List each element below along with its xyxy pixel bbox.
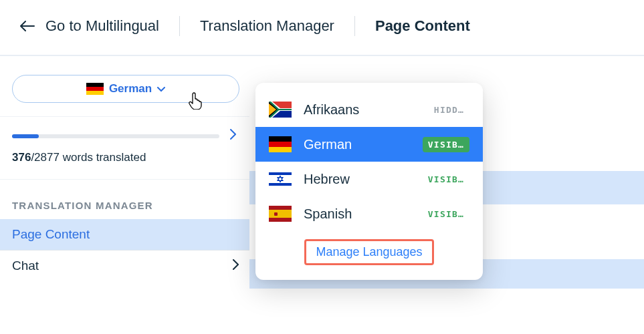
- germany-flag-icon: [269, 136, 292, 152]
- language-selector-pill[interactable]: German: [12, 75, 239, 103]
- sidebar-item-label: Page Content: [12, 227, 90, 242]
- chevron-right-icon: [233, 259, 239, 273]
- sidebar-section-label: TRANSLATION MANAGER: [0, 180, 249, 219]
- svg-rect-1: [86, 87, 104, 91]
- svg-rect-5: [269, 136, 292, 142]
- svg-rect-9: [269, 172, 292, 175]
- svg-rect-13: [269, 218, 292, 222]
- visibility-badge-visible: VISIB…: [423, 206, 469, 222]
- visibility-badge-visible: VISIB…: [423, 137, 469, 152]
- manage-languages-link[interactable]: Manage Languages: [304, 239, 433, 265]
- chevron-right-icon[interactable]: [226, 129, 240, 143]
- svg-rect-0: [86, 83, 104, 87]
- language-option-label: Afrikaans: [304, 102, 417, 118]
- translation-progress-bar: [12, 134, 219, 138]
- svg-rect-12: [269, 210, 292, 218]
- svg-rect-2: [86, 91, 104, 95]
- svg-rect-14: [274, 212, 278, 216]
- breadcrumb-separator: [354, 16, 355, 36]
- language-option-hebrew[interactable]: Hebrew VISIB…: [255, 162, 483, 196]
- language-option-german[interactable]: German VISIB…: [255, 127, 483, 162]
- arrow-left-icon: [19, 19, 36, 33]
- svg-rect-6: [269, 142, 292, 147]
- language-option-label: Spanish: [304, 206, 411, 222]
- sidebar: German 376/2877 words translated TRANS: [0, 56, 249, 329]
- south-africa-flag-icon: [269, 102, 292, 118]
- sidebar-item-label: Chat: [12, 259, 39, 273]
- words-translated-count: 376: [12, 151, 31, 164]
- language-option-spanish[interactable]: Spanish VISIB…: [255, 196, 483, 231]
- germany-flag-icon: [86, 83, 104, 95]
- sidebar-item-chat[interactable]: Chat: [0, 251, 249, 281]
- breadcrumb-separator: [179, 16, 180, 36]
- chevron-down-icon: [157, 84, 165, 94]
- progress-fill: [12, 134, 39, 138]
- visibility-badge-hidden: HIDD…: [429, 102, 469, 118]
- language-dropdown: Afrikaans HIDD… German VISIB… Hebrew VIS…: [255, 83, 483, 280]
- translation-progress-text: 376/2877 words translated: [0, 148, 249, 180]
- back-link[interactable]: Go to Multilingual: [19, 17, 159, 35]
- breadcrumb-page-content: Page Content: [375, 17, 470, 35]
- svg-rect-11: [269, 206, 292, 210]
- translation-progress-row[interactable]: [0, 116, 249, 148]
- svg-rect-10: [269, 183, 292, 186]
- israel-flag-icon: [269, 171, 292, 187]
- back-link-label: Go to Multilingual: [45, 17, 159, 35]
- language-option-afrikaans[interactable]: Afrikaans HIDD…: [255, 92, 483, 127]
- words-total-count: 2877: [34, 151, 60, 164]
- sidebar-item-page-content[interactable]: Page Content: [0, 219, 249, 250]
- language-option-label: German: [304, 137, 411, 152]
- language-selector-label: German: [109, 82, 152, 96]
- breadcrumb-translation-manager[interactable]: Translation Manager: [200, 17, 334, 35]
- svg-rect-7: [269, 147, 292, 152]
- words-translated-suffix: words translated: [60, 151, 146, 164]
- breadcrumb-bar: Go to Multilingual Translation Manager P…: [0, 0, 644, 55]
- spain-flag-icon: [269, 206, 292, 222]
- language-option-label: Hebrew: [304, 172, 411, 187]
- visibility-badge-visible: VISIB…: [423, 172, 469, 187]
